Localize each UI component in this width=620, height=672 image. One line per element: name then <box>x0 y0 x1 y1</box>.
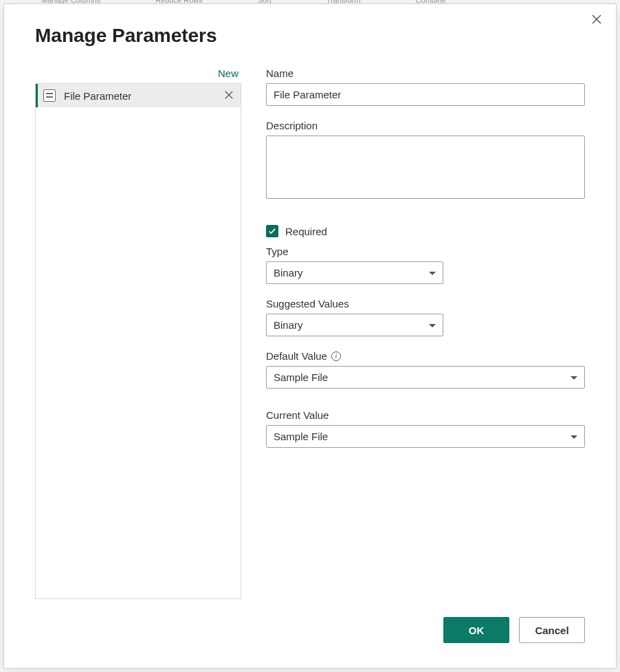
chevron-down-icon <box>429 272 436 275</box>
suggested-values-label: Suggested Values <box>266 298 443 310</box>
dialog-footer: OK Cancel <box>443 617 585 643</box>
check-icon <box>268 227 276 235</box>
info-icon: i <box>331 351 341 361</box>
ok-button[interactable]: OK <box>443 617 509 643</box>
parameter-list: File Parameter <box>35 83 241 599</box>
close-icon <box>591 14 602 25</box>
close-button[interactable] <box>587 10 606 29</box>
chevron-down-icon <box>571 435 577 439</box>
description-textarea[interactable] <box>266 136 585 199</box>
type-select-value: Binary <box>274 267 303 279</box>
name-input[interactable] <box>266 83 585 106</box>
required-checkbox[interactable] <box>266 225 278 237</box>
delete-parameter-button[interactable] <box>224 90 235 101</box>
current-value-select[interactable]: Sample File <box>266 425 585 448</box>
cancel-button[interactable]: Cancel <box>519 617 585 643</box>
chevron-down-icon <box>429 324 436 327</box>
default-value-select[interactable]: Sample File <box>266 366 585 389</box>
dialog-title: Manage Parameters <box>35 25 217 47</box>
current-value-select-value: Sample File <box>274 431 328 442</box>
close-icon <box>224 90 234 100</box>
suggested-values-select-value: Binary <box>274 319 303 331</box>
parameter-icon <box>43 89 56 102</box>
parameter-list-item[interactable]: File Parameter <box>36 84 241 107</box>
description-label: Description <box>266 120 585 131</box>
chevron-down-icon <box>571 376 577 380</box>
name-label: Name <box>266 67 585 79</box>
new-parameter-link[interactable]: New <box>218 67 239 79</box>
type-label: Type <box>266 246 443 257</box>
default-value-label: Default Value i <box>266 350 585 362</box>
parameter-form: Name Description Required Type Binary <box>266 67 585 599</box>
default-value-select-value: Sample File <box>274 371 328 383</box>
current-value-label: Current Value <box>266 409 585 421</box>
parameter-item-label: File Parameter <box>64 90 216 102</box>
required-label: Required <box>285 226 327 237</box>
manage-parameters-dialog: Manage Parameters New File Parameter <box>3 3 617 669</box>
suggested-values-select[interactable]: Binary <box>266 314 443 336</box>
type-select[interactable]: Binary <box>266 261 443 284</box>
parameter-list-pane: New File Parameter <box>35 67 241 599</box>
